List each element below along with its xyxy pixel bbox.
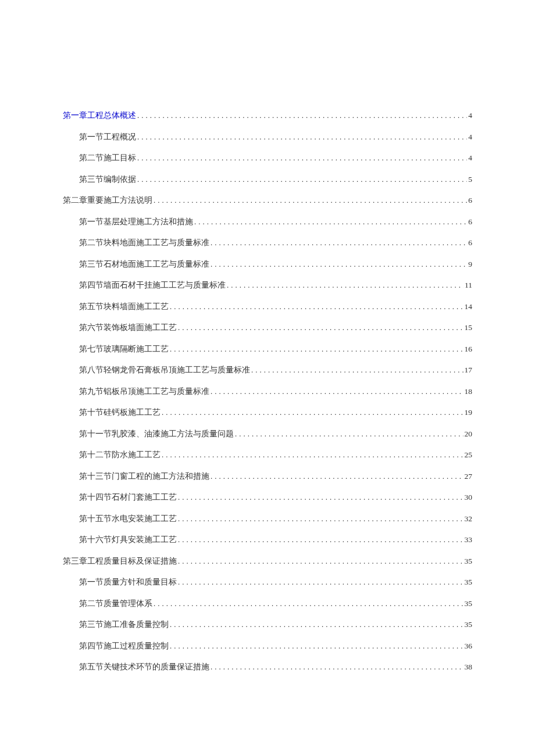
toc-leader-dots: ........................................… [154,196,467,205]
toc-leader-dots: ........................................… [170,620,463,629]
toc-page-number: 38 [465,662,473,672]
toc-leader-dots: ........................................… [178,493,463,502]
toc-title: 第七节玻璃隔断施工工艺 [79,344,169,354]
toc-page-number: 4 [468,153,472,163]
toc-entry[interactable]: 第四节墙面石材干挂施工工艺与质量标准......................… [63,280,472,291]
toc-page-number: 27 [465,472,473,481]
toc-leader-dots: ........................................… [170,345,463,354]
toc-title: 第十六节灯具安装施工工艺 [79,535,177,545]
toc-title: 第三节施工准备质量控制 [79,619,169,630]
toc-page-number: 6 [468,196,472,205]
toc-entry[interactable]: 第十节硅钙板施工工艺..............................… [63,407,472,418]
toc-page-number: 9 [468,260,472,269]
toc-page-number: 4 [468,111,472,120]
toc-entry[interactable]: 第九节铝板吊顶施工工艺与质量标准........................… [63,386,472,397]
toc-title: 第一章工程总体概述 [63,110,136,121]
toc-leader-dots: ........................................… [170,642,463,651]
toc-page-number: 30 [465,493,473,502]
toc-leader-dots: ........................................… [137,153,467,163]
toc-entry[interactable]: 第十一节乳胶漆、油漆施工方法与质量问题.....................… [63,429,472,439]
toc-leader-dots: ........................................… [137,132,467,142]
toc-entry[interactable]: 第一节基层处理施工方法和措施..........................… [63,217,472,227]
toc-leader-dots: ........................................… [162,408,463,417]
toc-page-number: 20 [465,429,473,439]
toc-entry[interactable]: 第三章工程质量目标及保证措施..........................… [63,556,472,567]
toc-title: 第十节硅钙板施工工艺 [79,407,160,418]
toc-title: 第四节墙面石材干挂施工工艺与质量标准 [79,280,226,291]
toc-page-number: 19 [465,408,473,417]
toc-title: 第三节石材地面施工工艺与质量标准 [79,259,209,270]
toc-leader-dots: ........................................… [211,260,467,269]
toc-title: 第十五节水电安装施工工艺 [79,514,177,524]
toc-title: 第二节施工目标 [79,153,136,163]
toc-entry[interactable]: 第六节装饰板墙面施工工艺............................… [63,323,472,333]
toc-title: 第九节铝板吊顶施工工艺与质量标准 [79,386,209,397]
toc-entry[interactable]: 第十四节石材门套施工工艺............................… [63,492,472,503]
toc-entry[interactable]: 第十六节灯具安装施工工艺............................… [63,535,472,545]
toc-title: 第六节装饰板墙面施工工艺 [79,323,177,333]
toc-title: 第一节质量方针和质量目标 [79,577,177,587]
toc-title: 第十四节石材门套施工工艺 [79,492,177,503]
toc-leader-dots: ........................................… [211,238,467,248]
toc-title: 第四节施工过程质量控制 [79,641,169,651]
toc-leader-dots: ........................................… [235,429,463,439]
toc-entry[interactable]: 第十五节水电安装施工工艺............................… [63,514,472,524]
toc-leader-dots: ........................................… [178,535,463,544]
toc-page-number: 16 [465,345,473,354]
toc-page-number: 4 [468,132,472,142]
toc-entry[interactable]: 第二节施工目标.................................… [63,153,472,163]
toc-leader-dots: ........................................… [154,599,463,608]
toc-title: 第二章重要施工方法说明 [63,195,152,206]
toc-page-number: 32 [465,514,473,524]
toc-entry[interactable]: 第七节玻璃隔断施工工艺.............................… [63,344,472,354]
toc-entry[interactable]: 第二章重要施工方法说明.............................… [63,195,472,206]
toc-leader-dots: ........................................… [194,217,467,227]
toc-page-number: 33 [465,535,473,544]
toc-title: 第二节块料地面施工工艺与质量标准 [79,238,209,248]
toc-page-number: 35 [465,578,473,587]
toc-leader-dots: ........................................… [178,514,463,524]
toc-entry[interactable]: 第一章工程总体概述...............................… [63,110,472,121]
toc-entry[interactable]: 第三节施工准备质量控制.............................… [63,619,472,630]
toc-page-number: 6 [468,238,472,248]
toc-leader-dots: ........................................… [170,302,463,311]
toc-entry[interactable]: 第三节编制依据.................................… [63,174,472,185]
toc-leader-dots: ........................................… [211,387,463,396]
table-of-contents: 第一章工程总体概述...............................… [63,110,472,672]
toc-leader-dots: ........................................… [211,662,463,672]
toc-title: 第五节关键技术环节的质量保证措施 [79,662,209,672]
toc-leader-dots: ........................................… [178,557,463,566]
toc-page-number: 14 [465,302,473,311]
toc-title: 第二节质量管理体系 [79,599,152,609]
toc-leader-dots: ........................................… [251,366,463,375]
toc-title: 第一节基层处理施工方法和措施 [79,217,193,227]
toc-entry[interactable]: 第五节关键技术环节的质量保证措施........................… [63,662,472,672]
toc-page-number: 15 [465,323,473,332]
toc-entry[interactable]: 第一节质量方针和质量目标............................… [63,577,472,587]
toc-page-number: 11 [465,281,472,290]
toc-leader-dots: ........................................… [211,472,463,481]
toc-entry[interactable]: 第四节施工过程质量控制.............................… [63,641,472,651]
toc-entry[interactable]: 第一节工程概况.................................… [63,132,472,142]
toc-entry[interactable]: 第五节块料墙面施工工艺.............................… [63,302,472,312]
toc-page-number: 5 [468,175,472,184]
toc-entry[interactable]: 第二节质量管理体系...............................… [63,599,472,609]
toc-title: 第五节块料墙面施工工艺 [79,302,169,312]
toc-leader-dots: ........................................… [137,175,467,184]
toc-entry[interactable]: 第八节轻钢龙骨石膏板吊顶施工工艺与质量标准...................… [63,365,472,375]
toc-page-number: 35 [465,557,473,566]
toc-entry[interactable]: 第三节石材地面施工工艺与质量标准........................… [63,259,472,270]
toc-entry[interactable]: 第二节块料地面施工工艺与质量标准........................… [63,238,472,248]
toc-entry[interactable]: 第十三节门窗工程的施工方法和措施........................… [63,471,472,482]
toc-title: 第一节工程概况 [79,132,136,142]
toc-page-number: 36 [465,642,473,651]
toc-leader-dots: ........................................… [162,450,463,460]
toc-leader-dots: ........................................… [178,578,463,587]
toc-entry[interactable]: 第十二节防水施工工艺..............................… [63,450,472,460]
toc-leader-dots: ........................................… [137,111,467,120]
toc-title: 第十三节门窗工程的施工方法和措施 [79,471,209,482]
toc-leader-dots: ........................................… [227,281,463,290]
toc-title: 第三章工程质量目标及保证措施 [63,556,177,567]
toc-page-number: 18 [465,387,473,396]
toc-title: 第三节编制依据 [79,174,136,185]
